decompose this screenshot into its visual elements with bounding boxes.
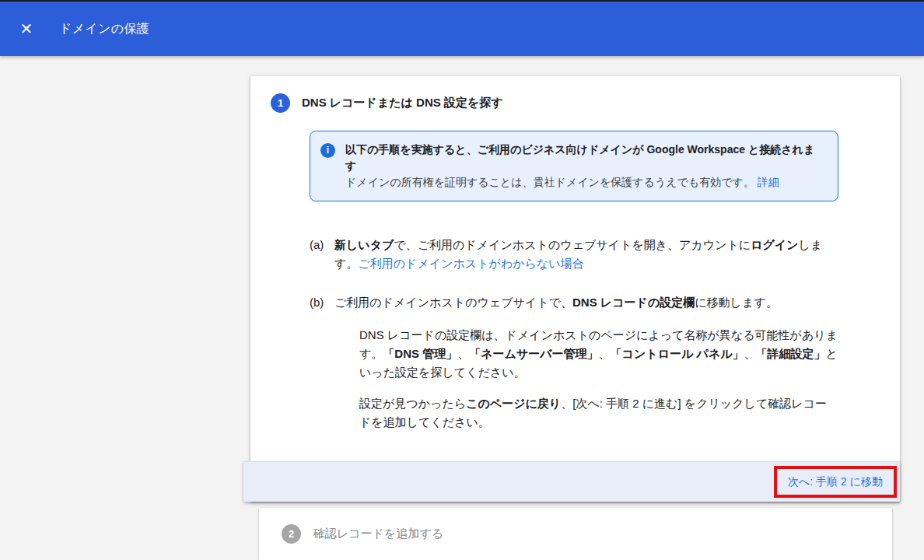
text-segment: 新しいタブ <box>334 238 394 251</box>
step-1-header: 1 DNS レコードまたは DNS 設定を探す <box>250 76 900 131</box>
text-segment: 設定が見つかったら <box>359 397 466 410</box>
dns-section-naming-note: DNS レコードの設定欄は、ドメインホストのページによって名称が異なる可能性があ… <box>359 326 838 382</box>
step-2-panel[interactable]: 2 確認レコードを追加する <box>259 508 892 560</box>
text-segment: 、 <box>744 347 756 360</box>
text-segment: に移動します。 <box>695 296 777 309</box>
item-b-text: ご利用のドメインホストのウェブサイトで、DNS レコードの設定欄に移動します。 … <box>334 293 838 432</box>
text-segment: 、 <box>457 347 469 360</box>
text-segment: 「DNS 管理」 <box>383 347 457 360</box>
step-2-title: 確認レコードを追加する <box>313 527 443 541</box>
step-1-footer-bar: 次へ: 手順 2 に移動 <box>243 461 900 502</box>
return-to-page-note: 設定が見つかったらこのページに戻り、[次へ: 手順 2 に進む] をクリックして… <box>359 394 838 432</box>
instruction-item-b: (b) ご利用のドメインホストのウェブサイトで、DNS レコードの設定欄に移動し… <box>310 293 838 432</box>
step-2-number-badge: 2 <box>282 524 301 544</box>
close-icon[interactable]: ✕ <box>17 21 36 37</box>
info-banner-heading: 以下の手順を実施すると、ご利用のビジネス向けドメインが Google Works… <box>345 142 825 174</box>
next-step-link[interactable]: 次へ: 手順 2 に移動 <box>788 475 883 489</box>
text-segment: このページに戻り <box>466 397 561 410</box>
annotation-highlight-box: 次へ: 手順 2 に移動 <box>774 466 897 498</box>
app-bar: ✕ ドメインの保護 <box>0 2 924 56</box>
main-content: 1 DNS レコードまたは DNS 設定を探す i 以下の手順を実施すると、ご利… <box>0 56 924 560</box>
text-segment: DNS レコードの設定欄 <box>572 296 695 309</box>
step-1-title: DNS レコードまたは DNS 設定を探す <box>302 96 503 110</box>
text-segment: ご利用のドメインホストのウェブサイトで、 <box>334 296 572 309</box>
info-banner-text: 以下の手順を実施すると、ご利用のビジネス向けドメインが Google Works… <box>345 142 825 191</box>
text-segment: 、 <box>599 347 611 360</box>
item-a-text: 新しいタブで、ご利用のドメインホストのウェブサイトを開き、アカウントにログインし… <box>334 236 838 273</box>
dialog-title: ドメインの保護 <box>59 21 149 37</box>
step-1-number-badge: 1 <box>271 93 290 113</box>
instruction-item-a: (a) 新しいタブで、ご利用のドメインホストのウェブサイトを開き、アカウントにロ… <box>310 236 838 273</box>
text-segment: 「詳細設定」 <box>756 347 826 360</box>
item-b-label: (b) <box>310 293 324 432</box>
text-segment: ログイン <box>751 238 798 251</box>
item-b-line: ご利用のドメインホストのウェブサイトで、DNS レコードの設定欄に移動します。 <box>334 293 838 312</box>
text-segment: で、ご利用のドメインホストのウェブサイトを開き、アカウントに <box>394 238 751 251</box>
step-1-body: i 以下の手順を実施すると、ご利用のビジネス向けドメインが Google Wor… <box>250 131 900 461</box>
info-banner: i 以下の手順を実施すると、ご利用のビジネス向けドメインが Google Wor… <box>310 131 838 201</box>
domain-host-help-link[interactable]: ご利用のドメインホストがわからない場合 <box>358 257 583 270</box>
step-1-panel: 1 DNS レコードまたは DNS 設定を探す i 以下の手順を実施すると、ご利… <box>250 76 900 502</box>
info-icon: i <box>320 143 335 158</box>
text-segment: 「ネームサーバー管理」 <box>469 347 598 360</box>
text-segment: ドメインの所有権を証明することは、貴社ドメインを保護するうえでも有効です。 <box>345 176 754 188</box>
item-a-label: (a) <box>310 236 324 273</box>
info-banner-body: ドメインの所有権を証明することは、貴社ドメインを保護するうえでも有効です。 詳細 <box>345 174 825 191</box>
text-segment: 「コントロール パネル」 <box>611 347 744 360</box>
learn-more-link[interactable]: 詳細 <box>758 176 779 188</box>
